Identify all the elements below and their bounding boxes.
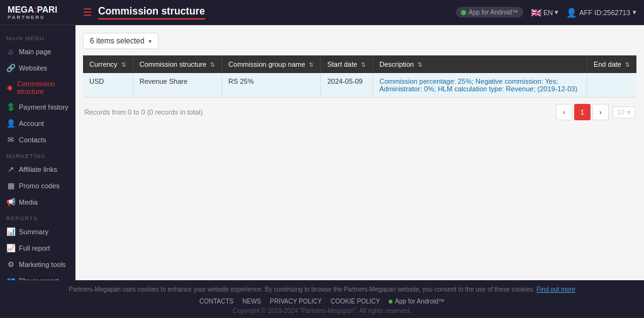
sidebar-label-account: Account bbox=[19, 120, 44, 127]
cell-group-name: RS 25% bbox=[222, 73, 321, 98]
page-1-button[interactable]: 1 bbox=[574, 104, 591, 120]
col-end-date-label: End date bbox=[594, 60, 621, 68]
sort-icon-currency[interactable]: ⇅ bbox=[121, 62, 126, 68]
footer-links: CONTACTS NEWS PRIVACY POLICY COOKIE POLI… bbox=[13, 298, 631, 305]
home-icon: ⌂ bbox=[6, 47, 15, 56]
sidebar-label-contacts: Contacts bbox=[19, 136, 46, 144]
sidebar-item-player-report[interactable]: 👥 Player report bbox=[0, 273, 75, 280]
footer: Partners-Megapari uses cookies to enhanc… bbox=[0, 280, 644, 318]
lang-label: EN bbox=[543, 9, 553, 16]
marketing-section: MARKETING bbox=[0, 148, 75, 161]
sidebar-label-marketing-tools: Marketing tools bbox=[19, 261, 66, 268]
user-info[interactable]: 👤 AFF ID:2562713 ▾ bbox=[566, 8, 636, 18]
items-selected-label: 6 items selected bbox=[90, 37, 145, 45]
hamburger-icon[interactable]: ☰ bbox=[83, 6, 92, 18]
link-icon: 🔗 bbox=[6, 64, 15, 72]
footer-news-link[interactable]: NEWS bbox=[242, 298, 261, 305]
sidebar-label-payment-history: Payment history bbox=[19, 103, 69, 111]
user-icon: 👤 bbox=[566, 8, 577, 18]
android-badge[interactable]: App for Android™ bbox=[456, 7, 523, 18]
col-group-name: Commission group name ⇅ bbox=[222, 55, 321, 73]
col-currency-label: Currency bbox=[89, 60, 118, 68]
lang-chevron-icon: ▾ bbox=[555, 8, 558, 16]
cell-currency: USD bbox=[83, 73, 133, 98]
records-text: Records from 0 to 0 (0 records in total) bbox=[84, 108, 203, 116]
sort-icon-description[interactable]: ⇅ bbox=[418, 62, 423, 68]
next-page-button[interactable]: › bbox=[592, 104, 609, 120]
commission-table: Currency ⇅ Commission structure ⇅ Commis… bbox=[83, 55, 636, 98]
tools-icon: ⚙ bbox=[6, 260, 15, 269]
page-size-chevron-icon: ▾ bbox=[627, 108, 631, 116]
account-icon: 👤 bbox=[6, 119, 15, 128]
selector-chevron-icon: ▾ bbox=[148, 38, 152, 45]
sidebar: MAIN MENU ⌂ Main page 🔗 Websites ◆ Commi… bbox=[0, 25, 75, 280]
footer-android-label: App for Android™ bbox=[395, 298, 445, 305]
main-menu-section: MAIN MENU bbox=[0, 30, 75, 43]
report-icon: 📈 bbox=[6, 244, 15, 253]
header-right: App for Android™ 🇬🇧 EN ▾ 👤 AFF ID:256271… bbox=[456, 7, 636, 18]
prev-page-button[interactable]: ‹ bbox=[556, 104, 572, 120]
media-icon: 📢 bbox=[6, 198, 15, 207]
footer-cookie-link[interactable]: COOKIE POLICY bbox=[331, 298, 380, 305]
page-size-selector[interactable]: 10 ▾ bbox=[613, 106, 635, 118]
sort-icon-end-date[interactable]: ⇅ bbox=[625, 62, 630, 68]
sidebar-label-media: Media bbox=[19, 198, 38, 206]
page-size-value: 10 bbox=[617, 108, 625, 116]
col-commission-structure: Commission structure ⇅ bbox=[133, 55, 221, 73]
user-label: AFF ID:2562713 bbox=[579, 9, 630, 16]
page-title: Commission structure bbox=[98, 6, 205, 20]
sidebar-item-account[interactable]: 👤 Account bbox=[0, 115, 75, 132]
main-layout: MAIN MENU ⌂ Main page 🔗 Websites ◆ Commi… bbox=[0, 25, 644, 280]
col-group-name-label: Commission group name bbox=[228, 60, 305, 68]
sidebar-item-summary[interactable]: 📊 Summary bbox=[0, 224, 75, 240]
sidebar-label-affiliate-links: Affiliate links bbox=[19, 166, 57, 173]
find-out-more-link[interactable]: Find out more bbox=[536, 286, 575, 293]
summary-icon: 📊 bbox=[6, 227, 15, 236]
sidebar-item-contacts[interactable]: ✉ Contacts bbox=[0, 132, 75, 148]
items-selector[interactable]: 6 items selected ▾ bbox=[83, 33, 158, 49]
sidebar-item-websites[interactable]: 🔗 Websites bbox=[0, 60, 75, 76]
sidebar-item-commission-structure[interactable]: ◆ Commission structure bbox=[0, 76, 75, 99]
pagination-controls: ‹ 1 › bbox=[556, 104, 609, 120]
footer-contacts-link[interactable]: CONTACTS bbox=[199, 298, 233, 305]
sidebar-item-main-page[interactable]: ⌂ Main page bbox=[0, 43, 75, 60]
android-status-dot bbox=[461, 10, 466, 15]
cell-start-date: 2024-05-09 bbox=[321, 73, 373, 98]
pagination-bar: Records from 0 to 0 (0 records in total)… bbox=[83, 104, 636, 120]
sort-icon-start-date[interactable]: ⇅ bbox=[361, 62, 366, 68]
footer-android-dot bbox=[389, 300, 392, 304]
cell-commission-structure: Revenue Share bbox=[133, 73, 221, 98]
footer-copyright: Copyright © 2019-2024 "Partners-Megapari… bbox=[13, 307, 631, 314]
logo-text: MEGA:PARI PARTNERS bbox=[8, 4, 57, 20]
sort-icon-group-name[interactable]: ⇅ bbox=[309, 62, 314, 68]
reports-section: REPORTS bbox=[0, 210, 75, 224]
footer-cookie-text: Partners-Megapari uses cookies to enhanc… bbox=[13, 285, 631, 294]
logo: MEGA:PARI PARTNERS bbox=[8, 4, 83, 20]
sort-icon-commission-structure[interactable]: ⇅ bbox=[210, 62, 215, 68]
payment-icon: 💲 bbox=[6, 103, 15, 111]
top-header: MEGA:PARI PARTNERS ☰ Commission structur… bbox=[0, 0, 644, 25]
description-text: Commission percentage: 25%; Negative com… bbox=[379, 77, 577, 93]
col-commission-structure-label: Commission structure bbox=[140, 60, 206, 68]
sidebar-item-promo-codes[interactable]: ▦ Promo codes bbox=[0, 178, 75, 194]
cell-end-date bbox=[587, 73, 636, 98]
sidebar-label-full-report: Full report bbox=[19, 244, 50, 252]
sidebar-item-marketing-tools[interactable]: ⚙ Marketing tools bbox=[0, 256, 75, 273]
content-area: 6 items selected ▾ Currency ⇅ Commission… bbox=[75, 25, 644, 280]
lang-selector[interactable]: 🇬🇧 EN ▾ bbox=[531, 8, 558, 18]
commission-icon: ◆ bbox=[6, 83, 13, 92]
sidebar-label-main-page: Main page bbox=[19, 48, 51, 55]
user-chevron-icon: ▾ bbox=[633, 8, 636, 16]
contacts-icon: ✉ bbox=[6, 135, 15, 144]
sidebar-item-payment-history[interactable]: 💲 Payment history bbox=[0, 99, 75, 115]
col-currency: Currency ⇅ bbox=[83, 55, 133, 73]
sidebar-item-media[interactable]: 📢 Media bbox=[0, 194, 75, 210]
table-row: USD Revenue Share RS 25% 2024-05-09 Comm… bbox=[83, 73, 636, 98]
sidebar-item-full-report[interactable]: 📈 Full report bbox=[0, 240, 75, 256]
sidebar-item-affiliate-links[interactable]: ↗ Affiliate links bbox=[0, 161, 75, 178]
sidebar-label-summary: Summary bbox=[19, 228, 48, 236]
footer-privacy-link[interactable]: PRIVACY POLICY bbox=[270, 298, 321, 305]
col-end-date: End date ⇅ bbox=[587, 55, 636, 73]
sidebar-label-promo-codes: Promo codes bbox=[19, 182, 60, 190]
col-start-date: Start date ⇅ bbox=[321, 55, 373, 73]
